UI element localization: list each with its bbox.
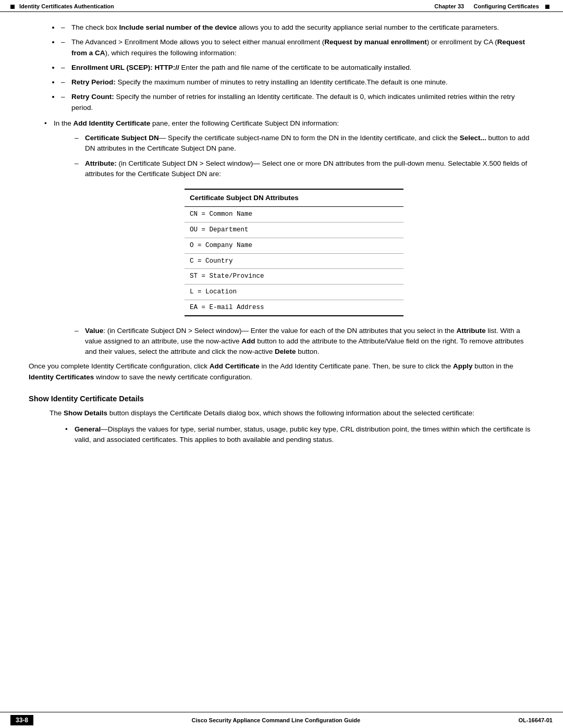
table-cell-ea: EA = E-mail Address [185, 300, 403, 315]
cert-table-wrapper: Certificate Subject DN Attributes CN = C… [185, 189, 403, 316]
bold-cert-subject-dn: Certificate Subject DN [85, 134, 159, 142]
table-row: O = Company Name [185, 238, 403, 253]
value-dash-list: Value: (in Certificate Subject DN > Sele… [75, 326, 534, 357]
bold-request-by-manual: Request by manual enrollment [324, 38, 427, 46]
bold-value: Value [85, 327, 103, 335]
bold-identity-certs: Identity Certificates [29, 373, 94, 381]
bold-add-certificate: Add Certificate [210, 362, 260, 370]
table-row: L = Location [185, 285, 403, 300]
table-cell-cn: CN = Common Name [185, 207, 403, 223]
bold-include-serial: Include serial number of the device [119, 23, 237, 31]
section-para-show-details: The Show Details button displays the Cer… [50, 408, 534, 419]
header-square-right-icon [545, 5, 549, 9]
footer-doc-num: OL-16647-01 [519, 717, 553, 723]
table-cell-o: O = Company Name [185, 238, 403, 253]
bold-add-identity-cert: Add Identity Certificate [74, 119, 151, 127]
table-cell-c: C = Country [185, 253, 403, 269]
bold-retry-count: Retry Count: [71, 93, 114, 101]
dash-item-advanced-enrollment: The Advanced > Enrollment Mode allows yo… [60, 37, 534, 58]
table-cell-ou: OU = Department [185, 223, 403, 238]
main-content: The check box Include serial number of t… [0, 12, 563, 481]
table-cell-st: ST = State/Province [185, 269, 403, 285]
footer-page-num: 33-8 [10, 715, 33, 725]
bold-request-from-ca: Request from a CA [71, 38, 525, 56]
bold-attribute: Attribute: [85, 159, 117, 167]
bold-apply: Apply [453, 362, 473, 370]
footer-title: Cisco Security Appliance Command Line Co… [33, 717, 519, 723]
dash-item-enrollment-url: Enrollment URL (SCEP): HTTP:// Enter the… [60, 63, 534, 73]
bold-select-btn: Select... [460, 134, 486, 142]
chapter-title: Configuring Certificates [473, 3, 538, 9]
bullet-general: General—Displays the values for type, se… [65, 424, 534, 446]
main-bullet-list: In the Add Identity Certificate pane, en… [44, 118, 534, 357]
top-dash-list: The check box Include serial number of t… [60, 22, 534, 113]
header-right: Chapter 33 Configuring Certificates [434, 3, 553, 9]
table-row: C = Country [185, 253, 403, 269]
header-left: Identity Certificates Authentication [10, 3, 114, 9]
dash-attribute: Attribute: (in Certificate Subject DN > … [75, 158, 534, 180]
dash-item-include-serial: The check box Include serial number of t… [60, 22, 534, 33]
bold-add: Add [241, 337, 255, 345]
bold-retry-period: Retry Period: [71, 78, 116, 86]
bold-general: General [75, 425, 101, 433]
sub-dash-list: Certificate Subject DN— Specify the cert… [75, 133, 534, 179]
section-heading-show-details: Show Identity Certificate Details [29, 394, 534, 403]
bullet-add-identity-cert: In the Add Identity Certificate pane, en… [44, 118, 534, 357]
dash-item-retry-count: Retry Count: Specify the number of retri… [60, 92, 534, 113]
general-bullet-list: General—Displays the values for type, se… [65, 424, 534, 446]
cert-table-heading: Certificate Subject DN Attributes [185, 189, 403, 207]
chapter-num: Chapter 33 [434, 3, 464, 9]
table-row: CN = Common Name [185, 207, 403, 223]
page-footer: 33-8 Cisco Security Appliance Command Li… [0, 712, 563, 728]
table-row: OU = Department [185, 223, 403, 238]
page-header: Identity Certificates Authentication Cha… [0, 0, 563, 12]
bold-delete: Delete [275, 348, 296, 355]
bold-show-details: Show Details [64, 409, 107, 417]
cert-subject-dn-table: Certificate Subject DN Attributes CN = C… [185, 189, 403, 316]
table-cell-l: L = Location [185, 285, 403, 300]
table-row: ST = State/Province [185, 269, 403, 285]
header-left-text: Identity Certificates Authentication [19, 3, 114, 9]
header-square-icon [10, 5, 15, 9]
bold-enrollment-url: Enrollment URL (SCEP): HTTP:// [71, 64, 179, 71]
dash-cert-subject-dn: Certificate Subject DN— Specify the cert… [75, 133, 534, 154]
bold-attribute-ref: Attribute [456, 327, 485, 335]
table-row: EA = E-mail Address [185, 300, 403, 315]
dash-value: Value: (in Certificate Subject DN > Sele… [75, 326, 534, 357]
para-add-cert: Once you complete Identity Certificate c… [29, 361, 534, 383]
dash-item-retry-period: Retry Period: Specify the maximum number… [60, 77, 534, 88]
